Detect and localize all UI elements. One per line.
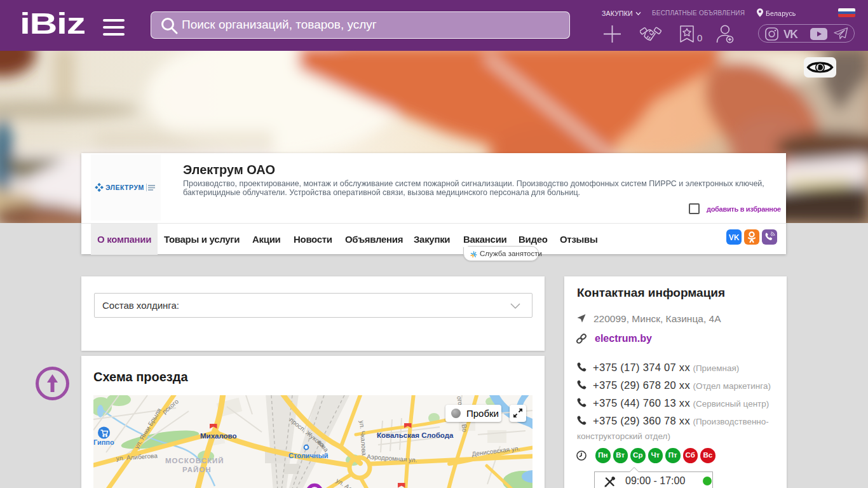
svg-text:Столичный: Столичный	[288, 452, 329, 459]
svg-text:Гиппо: Гиппо	[93, 438, 114, 446]
svg-text:Михалово: Михалово	[200, 432, 237, 440]
svg-text:РАЙОН: РАЙОН	[182, 466, 211, 473]
svg-text:VK: VK	[729, 233, 740, 242]
svg-text:Ковальская Слобода: Ковальская Слобода	[377, 431, 454, 439]
svg-text:VK: VK	[783, 29, 798, 39]
svg-text:ЭЛЕКТРУМ: ЭЛЕКТРУМ	[105, 184, 144, 191]
svg-text:МОСКОВСКИЙ: МОСКОВСКИЙ	[165, 457, 224, 464]
